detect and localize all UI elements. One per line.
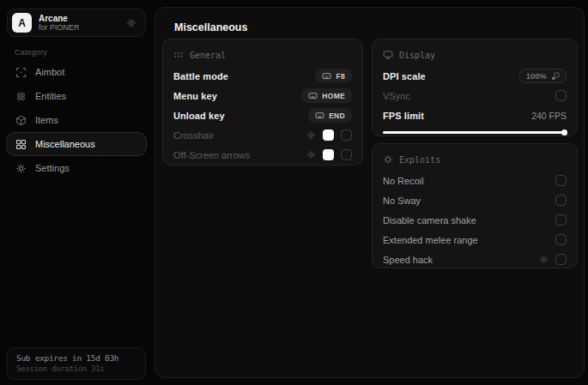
- setting-label: DPI scale: [383, 71, 426, 81]
- page-title: Miscellaneous: [174, 21, 247, 33]
- keyboard-icon: [315, 111, 324, 120]
- checkbox[interactable]: [555, 195, 567, 206]
- keybind-chip[interactable]: HOME: [301, 88, 352, 103]
- slider-fill: [383, 131, 567, 134]
- checkbox[interactable]: [555, 175, 567, 186]
- sidebar-nav: Aimbot Entities: [6, 60, 147, 180]
- setting-label: Speed hack: [383, 255, 433, 265]
- setting-row-dpi-scale: DPI scale 100%: [383, 66, 567, 86]
- card-header-label: Display: [399, 51, 435, 60]
- scale-resize-icon: [551, 72, 560, 81]
- monitor-icon: [383, 50, 393, 60]
- sidebar: A Arcane for PIONER Category: [0, 0, 153, 385]
- session-duration-text: Session duration 31s: [16, 364, 136, 373]
- card-header-label: General: [190, 51, 226, 60]
- setting-row-no-recoil: No Recoil: [383, 171, 567, 190]
- atom-icon: [15, 91, 27, 102]
- color-swatch[interactable]: [323, 149, 334, 160]
- keyboard-icon: [322, 71, 331, 81]
- sidebar-item-label: Aimbot: [35, 67, 64, 77]
- slider-knob[interactable]: [561, 129, 567, 135]
- checkbox[interactable]: [341, 149, 352, 160]
- subscription-info-card: Sub expires in 15d 03h Session duration …: [7, 347, 146, 380]
- gear-icon[interactable]: [306, 130, 316, 140]
- setting-row-offscreen-arrows: Off-Screen arrows: [173, 145, 352, 165]
- setting-row-battle-mode: Battle mode F8: [173, 66, 352, 86]
- setting-row-disable-camera-shake: Disable camera shake: [383, 210, 567, 230]
- setting-label: Off-Screen arrows: [173, 150, 250, 160]
- setting-row-fps-limit: FPS limit 240 FPS: [383, 105, 567, 125]
- app-window: A Arcane for PIONER Category: [0, 0, 588, 385]
- general-card: General Battle mode F8 Menu key: [162, 39, 363, 165]
- sidebar-item-miscellaneous[interactable]: Miscellaneous: [6, 132, 147, 156]
- color-swatch[interactable]: [323, 129, 334, 141]
- setting-label: Crosshair: [173, 130, 214, 141]
- dots-texture: [76, 141, 139, 153]
- setting-row-vsync: VSync: [383, 86, 567, 105]
- sidebar-item-label: Entities: [35, 91, 66, 101]
- header-gear-icon[interactable]: [126, 18, 136, 28]
- setting-label: Unload key: [173, 111, 225, 121]
- fps-slider[interactable]: [383, 129, 567, 135]
- setting-row-crosshair: Crosshair: [173, 125, 352, 145]
- setting-label: No Recoil: [383, 176, 424, 186]
- setting-row-unload-key: Unload key END: [173, 105, 352, 125]
- app-logo: A: [12, 13, 32, 33]
- setting-row-no-sway: No Sway: [383, 190, 567, 210]
- setting-row-extended-melee-range: Extended melee range: [383, 230, 567, 250]
- setting-label: VSync: [383, 91, 410, 101]
- display-card: Display DPI scale 100% VSync: [372, 39, 578, 136]
- main-panel: Miscellaneous General Battle mode: [155, 7, 585, 378]
- gear-icon[interactable]: [539, 255, 549, 264]
- package-icon: [15, 115, 27, 126]
- app-title: Arcane: [39, 14, 119, 24]
- keybind-value: END: [329, 111, 345, 120]
- keybind-value: F8: [336, 72, 345, 81]
- checkbox[interactable]: [555, 90, 567, 101]
- grid-icon: [15, 139, 27, 150]
- category-label: Category: [15, 48, 47, 57]
- card-header-label: Exploits: [399, 155, 440, 165]
- gear-icon: [15, 163, 27, 174]
- setting-label: FPS limit: [383, 111, 424, 121]
- setting-label: No Sway: [383, 196, 421, 206]
- setting-label: Battle mode: [173, 71, 228, 81]
- checkbox[interactable]: [341, 129, 352, 141]
- exploits-card: Exploits No Recoil No Sway Disable camer…: [372, 143, 578, 268]
- app-subtitle: for PIONER: [39, 23, 119, 32]
- sidebar-item-label: Items: [35, 115, 58, 125]
- fps-limit-value: 240 FPS: [531, 111, 567, 121]
- setting-label: Extended melee range: [383, 235, 478, 245]
- checkbox[interactable]: [555, 234, 567, 245]
- setting-label: Disable camera shake: [383, 215, 476, 226]
- keybind-chip[interactable]: END: [308, 108, 352, 123]
- checkbox[interactable]: [555, 214, 567, 226]
- sidebar-item-entities[interactable]: Entities: [6, 84, 147, 108]
- sub-expiry-text: Sub expires in 15d 03h: [16, 353, 136, 363]
- crosshair-scan-icon: [15, 67, 27, 78]
- setting-row-menu-key: Menu key HOME: [173, 86, 352, 105]
- keyboard-icon: [308, 91, 318, 100]
- dpi-scale-value: 100%: [526, 71, 547, 81]
- sidebar-item-aimbot[interactable]: Aimbot: [6, 60, 147, 84]
- dpi-scale-select[interactable]: 100%: [519, 69, 567, 83]
- setting-row-speed-hack: Speed hack: [383, 250, 567, 269]
- setting-label: Menu key: [173, 91, 217, 101]
- checkbox[interactable]: [555, 254, 567, 265]
- sidebar-item-label: Settings: [35, 163, 70, 173]
- virus-exploit-icon: [383, 154, 393, 165]
- keybind-value: HOME: [322, 92, 345, 100]
- grid-dots-icon: [173, 50, 184, 60]
- sidebar-item-settings[interactable]: Settings: [6, 156, 147, 180]
- keybind-chip[interactable]: F8: [315, 69, 352, 83]
- sidebar-item-items[interactable]: Items: [6, 108, 147, 132]
- gear-icon[interactable]: [306, 150, 316, 159]
- app-header-card: A Arcane for PIONER: [7, 9, 146, 37]
